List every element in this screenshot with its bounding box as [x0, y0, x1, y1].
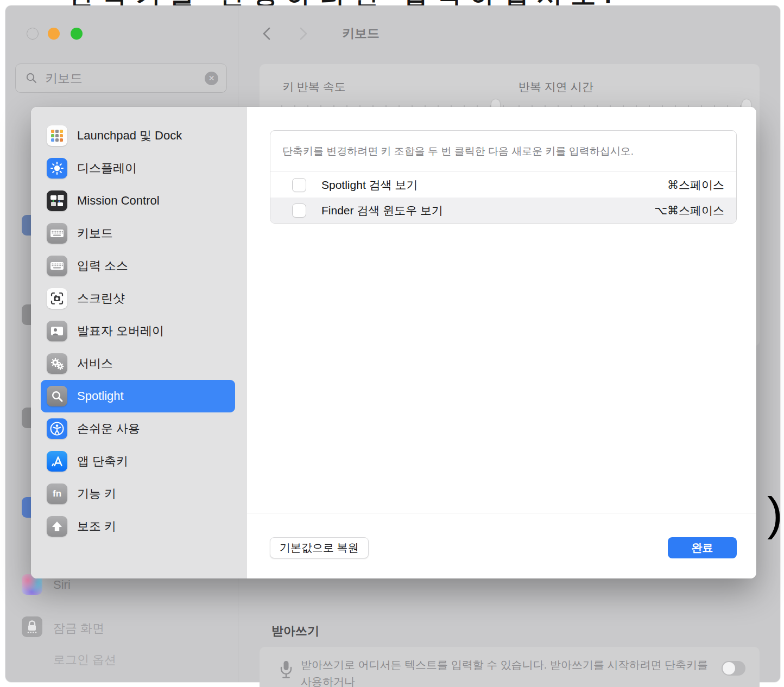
shortcut-row[interactable]: Spotlight 검색 보기⌘스페이스: [270, 172, 736, 198]
sidebar-item-display[interactable]: 디스플레이: [41, 152, 235, 185]
zoom-button[interactable]: [71, 28, 83, 40]
sidebar-item-lock-screen[interactable]: 잠금 화면: [53, 620, 104, 637]
dictation-toggle[interactable]: [722, 661, 745, 676]
repeat-delay-label: 반복 지연 시간: [519, 79, 593, 94]
footer-divider: [247, 513, 756, 513]
microphone-icon: [279, 660, 293, 682]
search-value: 키보드: [45, 70, 205, 87]
spotlight-icon: [47, 386, 67, 406]
key-repeat-label: 키 반복 속도: [282, 79, 346, 94]
sidebar-item-label: 디스플레이: [77, 160, 137, 176]
shortcut-checkbox[interactable]: [292, 178, 306, 192]
shortcut-row[interactable]: Finder 검색 윈도우 보기⌥⌘스페이스: [270, 198, 736, 223]
clear-search-icon[interactable]: ✕: [205, 72, 218, 85]
shortcut-keys[interactable]: ⌥⌘스페이스: [654, 203, 724, 218]
restore-defaults-button[interactable]: 기본값으로 복원: [270, 537, 369, 558]
sidebar-item-spotlight[interactable]: Spotlight: [41, 380, 235, 412]
sidebar-item-label: 기능 키: [77, 486, 116, 502]
instruction-text: 단축키를 변경하려면 키 조합을 두 번 클릭한 다음 새로운 키를 입력하십시…: [270, 131, 736, 172]
sidebar-item-launchpad-dock[interactable]: Launchpad 및 Dock: [41, 119, 235, 152]
keyboard-icon: [47, 223, 67, 244]
screen: 단축키를 변경하려면 입력하십시오. 키보드 ✕ 키보드 키 반복 속도 반복 …: [0, 0, 784, 687]
shortcut-list-card: 단축키를 변경하려면 키 조합을 두 번 클릭한 다음 새로운 키를 입력하십시…: [270, 130, 737, 224]
sidebar-item-modifier-keys[interactable]: 보조 키: [41, 510, 235, 543]
launchpad-icon: [47, 125, 67, 146]
sidebar-item-label: Launchpad 및 Dock: [77, 128, 182, 144]
sidebar-item-accessibility[interactable]: 손쉬운 사용: [41, 412, 235, 445]
back-chevron-icon[interactable]: [261, 26, 273, 41]
presenter-icon: [47, 321, 67, 341]
background-clipped-text: 단축키를 변경하려면 입력하십시오.: [0, 0, 784, 5]
keyboard-icon: [47, 256, 67, 276]
settings-header: 키보드: [261, 25, 380, 42]
shortcuts-panel: 단축키를 변경하려면 키 조합을 두 번 클릭한 다음 새로운 키를 입력하십시…: [247, 107, 756, 578]
display-icon: [47, 158, 67, 179]
sidebar-item-login-options[interactable]: 로그인 옵션: [53, 652, 116, 668]
sidebar-item-label: Spotlight: [77, 389, 124, 403]
modifier-icon: [47, 516, 67, 537]
keyboard-shortcuts-sheet: Launchpad 및 Dock디스플레이Mission Control키보드입…: [31, 107, 756, 578]
shortcut-label: Spotlight 검색 보기: [321, 177, 418, 193]
sidebar-item-label: 발표자 오버레이: [77, 323, 164, 339]
accessibility-icon: [47, 418, 67, 439]
sidebar-item-app-shortcuts[interactable]: 앱 단축키: [41, 445, 235, 478]
sidebar-item-label: Mission Control: [77, 194, 160, 208]
sidebar-item-label: 서비스: [77, 355, 113, 372]
sidebar-item-services[interactable]: 서비스: [41, 347, 235, 380]
mission-control-icon: [47, 190, 67, 211]
sidebar-item-presenter-overlay[interactable]: 발표자 오버레이: [41, 315, 235, 347]
dictation-description: 받아쓰기로 어디서든 텍스트를 입력할 수 있습니다. 받아쓰기를 시작하려면 …: [301, 657, 719, 687]
search-icon: [26, 72, 37, 84]
screenshot-icon: [47, 288, 67, 309]
shortcut-checkbox[interactable]: [292, 203, 306, 218]
forward-chevron-icon[interactable]: [298, 26, 309, 41]
shortcut-label: Finder 검색 윈도우 보기: [321, 203, 443, 218]
page-title: 키보드: [342, 25, 380, 42]
app-shortcuts-icon: [47, 451, 67, 472]
sidebar-item-label: 키보드: [77, 225, 113, 241]
sidebar-item-label: 손쉬운 사용: [77, 421, 140, 437]
sidebar-item-label: 보조 키: [77, 518, 116, 535]
sidebar-item-keyboard[interactable]: 키보드: [41, 217, 235, 250]
background-clipped-glyph: ): [767, 490, 783, 537]
lock-icon: [22, 616, 42, 637]
shortcut-keys[interactable]: ⌘스페이스: [667, 177, 724, 193]
dictation-title: 받아쓰기: [271, 623, 319, 639]
sidebar-item-screenshots[interactable]: 스크린샷: [41, 282, 235, 315]
minimize-button[interactable]: [48, 28, 60, 40]
sidebar-item-siri[interactable]: Siri: [53, 578, 71, 592]
sidebar-item-label: 앱 단축키: [77, 453, 128, 469]
sidebar-item-label: 스크린샷: [77, 290, 125, 307]
services-icon: [47, 353, 67, 374]
dictation-card: 받아쓰기로 어디서든 텍스트를 입력할 수 있습니다. 받아쓰기를 시작하려면 …: [260, 647, 760, 687]
shortcuts-sidebar: Launchpad 및 Dock디스플레이Mission Control키보드입…: [31, 107, 247, 578]
close-button[interactable]: [27, 28, 39, 40]
sidebar-item-label: 입력 소스: [77, 258, 128, 274]
fn-icon: fn: [47, 484, 67, 504]
toggle-knob: [723, 662, 735, 675]
done-button[interactable]: 완료: [668, 537, 737, 558]
sidebar-item-input-sources[interactable]: 입력 소스: [41, 250, 235, 282]
sidebar-item-function-keys[interactable]: fn기능 키: [41, 478, 235, 510]
sidebar-item-mission-control[interactable]: Mission Control: [41, 185, 235, 217]
search-input[interactable]: 키보드 ✕: [15, 63, 227, 93]
